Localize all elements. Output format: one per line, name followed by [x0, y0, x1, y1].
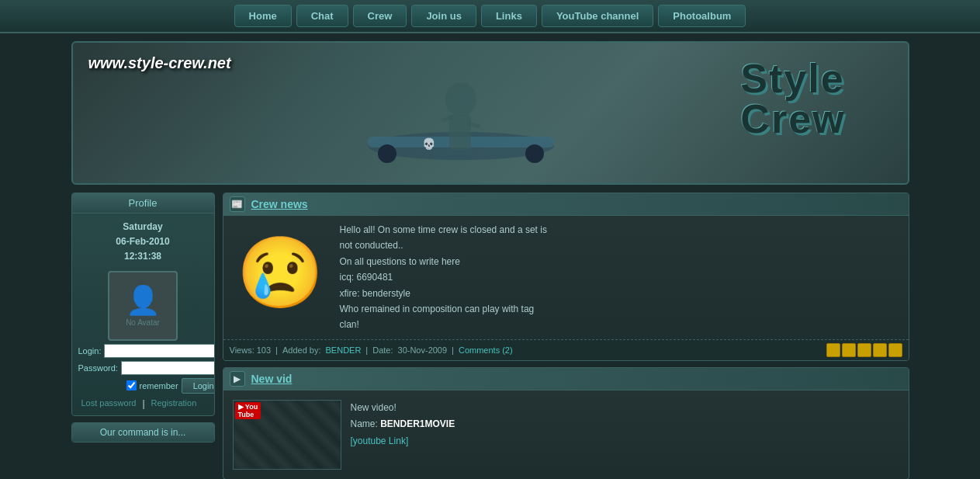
news-line5: xfire: benderstyle — [340, 286, 902, 301]
footer-pipe2: | — [365, 345, 368, 355]
registration-link[interactable]: Registration — [151, 398, 197, 409]
time-label: 12:31:38 — [78, 249, 208, 264]
profile-title: Profile — [72, 193, 214, 213]
footer-pipe1: | — [275, 345, 278, 355]
banner-logo: Style Crew — [740, 58, 845, 139]
password-row: Password: — [78, 361, 208, 375]
news-line3: On all questions to write here — [340, 254, 902, 269]
login-input[interactable] — [104, 344, 214, 358]
nav-item-crew[interactable]: Crew — [353, 5, 407, 27]
news-text: Hello all! On some time crew is closed a… — [340, 222, 902, 333]
star-2[interactable] — [842, 343, 856, 357]
profile-body: Saturday 06-Feb-2010 12:31:38 👤 No Avata… — [72, 213, 214, 415]
nav-item-links[interactable]: Links — [481, 5, 537, 27]
avatar-label: No Avatar — [126, 318, 160, 327]
svg-rect-5 — [449, 115, 471, 150]
remember-row: remember Login — [78, 378, 208, 394]
vid-info: New video! Name: BENDER1MOVIE [youtube L… — [351, 400, 899, 470]
day-label: Saturday — [78, 220, 208, 234]
svg-point-3 — [525, 144, 544, 163]
vid-item: ▶ YouTube New video! Name: BENDER1MOVIE … — [230, 397, 902, 473]
news-emoji: 😢 — [230, 222, 331, 323]
news-footer: Views: 103 | Added by: BENDER | Date: 30… — [223, 339, 909, 360]
news-line7: clan! — [340, 317, 902, 332]
crew-news-body: 😢 Hello all! On some time crew is closed… — [223, 216, 909, 339]
youtube-badge: ▶ YouTube — [235, 402, 261, 419]
password-input[interactable] — [121, 361, 215, 375]
date-label: 06-Feb-2010 — [78, 234, 208, 249]
news-line1: Hello all! On some time crew is closed a… — [340, 222, 902, 238]
date-label: Date: — [372, 345, 393, 355]
vid-name-row: Name: BENDER1MOVIE — [351, 416, 899, 433]
pipe-separator: | — [142, 398, 144, 409]
nav-item-chat[interactable]: Chat — [296, 5, 348, 27]
new-vid-body: ▶ YouTube New video! Name: BENDER1MOVIE … — [223, 390, 909, 479]
auth-links: Lost password | Registration — [78, 398, 208, 409]
vid-link-row: [youtube Link] — [351, 433, 899, 450]
our-command-title: Our command is in... — [72, 423, 214, 442]
vid-label: New video! — [351, 400, 899, 417]
vid-name-value: BENDER1MOVIE — [380, 418, 455, 429]
banner-url: www.style-crew.net — [88, 54, 231, 72]
lost-password-link[interactable]: Lost password — [81, 398, 137, 409]
banner-skater: 💀 — [228, 43, 694, 185]
star-1[interactable] — [826, 343, 840, 357]
svg-point-2 — [378, 144, 397, 163]
vid-thumbnail: ▶ YouTube — [233, 400, 341, 470]
password-label: Password: — [78, 363, 118, 373]
svg-text:💀: 💀 — [422, 137, 436, 151]
date-display: Saturday 06-Feb-2010 12:31:38 — [78, 220, 208, 265]
news-item: 😢 Hello all! On some time crew is closed… — [230, 222, 902, 333]
our-command-panel: Our command is in... — [71, 422, 215, 443]
views-label: Views: 103 — [230, 345, 272, 355]
nav-item-youtube[interactable]: YouTube channel — [542, 5, 653, 27]
remember-label: remember — [140, 381, 178, 390]
youtube-link[interactable]: [youtube Link] — [351, 436, 409, 446]
login-label: Login: — [78, 346, 102, 356]
news-line4: icq: 6690481 — [340, 269, 902, 285]
remember-checkbox[interactable] — [126, 380, 137, 390]
main-layout: Profile Saturday 06-Feb-2010 12:31:38 👤 … — [71, 193, 909, 479]
banner: www.style-crew.net 💀 Style Crew — [71, 41, 909, 185]
added-by-label: Added by: — [282, 345, 321, 355]
crew-news-header: 📰 Crew news — [223, 193, 909, 216]
profile-panel: Profile Saturday 06-Feb-2010 12:31:38 👤 … — [71, 193, 215, 416]
vid-icon: ▶ — [230, 371, 245, 387]
comments-link[interactable]: Comments (2) — [459, 345, 513, 355]
sidebar: Profile Saturday 06-Feb-2010 12:31:38 👤 … — [71, 193, 215, 443]
footer-pipe3: | — [452, 345, 454, 355]
new-vid-title[interactable]: New vid — [251, 373, 293, 385]
news-line2: not conducted.. — [340, 238, 902, 253]
star-5[interactable] — [888, 343, 902, 357]
author-link[interactable]: BENDER — [326, 345, 362, 355]
new-vid-panel: ▶ New vid ▶ YouTube New video! Name: — [223, 367, 909, 479]
crew-news-panel: 📰 Crew news 😢 Hello all! On some time cr… — [223, 193, 909, 361]
nav-item-photo[interactable]: Photoalbum — [658, 5, 746, 27]
rating-stars — [826, 343, 902, 357]
star-4[interactable] — [873, 343, 887, 357]
nav-item-home[interactable]: Home — [234, 5, 292, 27]
crew-news-title[interactable]: Crew news — [251, 198, 308, 210]
news-line6: Who remained in composition can play wit… — [340, 301, 902, 317]
news-date: 30-Nov-2009 — [398, 345, 448, 355]
svg-point-4 — [445, 82, 476, 116]
login-row: Login: — [78, 344, 208, 358]
vid-name-label: Name: — [351, 418, 378, 429]
user-icon: 👤 — [126, 284, 161, 317]
login-button[interactable]: Login — [182, 378, 215, 394]
navigation: HomeChatCrewJoin usLinksYouTube channelP… — [0, 0, 980, 33]
nav-item-join[interactable]: Join us — [411, 5, 476, 27]
page-wrapper: www.style-crew.net 💀 Style Crew — [64, 33, 917, 479]
star-3[interactable] — [857, 343, 871, 357]
content-area: 📰 Crew news 😢 Hello all! On some time cr… — [223, 193, 909, 479]
new-vid-header: ▶ New vid — [223, 368, 909, 390]
news-icon: 📰 — [230, 196, 245, 212]
avatar: 👤 No Avatar — [108, 271, 178, 341]
